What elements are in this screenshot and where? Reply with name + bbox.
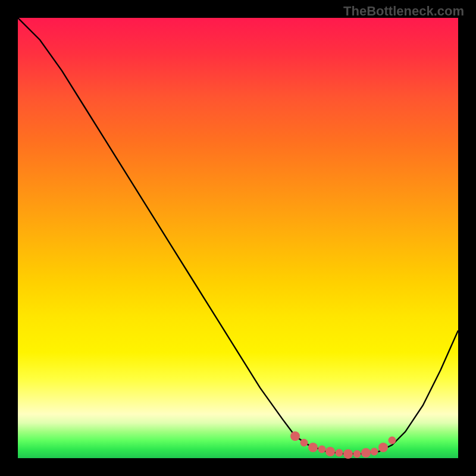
marker-point (290, 431, 300, 441)
marker-point (308, 443, 318, 452)
marker-point (343, 449, 353, 459)
chart-plot-area (18, 18, 458, 458)
marker-point (353, 450, 361, 458)
marker-point (318, 446, 325, 453)
marker-point (371, 447, 378, 455)
marker-point (336, 449, 343, 457)
marker-point (389, 437, 396, 444)
marker-point (325, 447, 335, 456)
marker-point (378, 443, 388, 452)
marker-point (300, 439, 308, 447)
marker-point (361, 448, 371, 458)
bottleneck-curve (18, 18, 458, 458)
watermark-text: TheBottleneck.com (343, 4, 464, 19)
